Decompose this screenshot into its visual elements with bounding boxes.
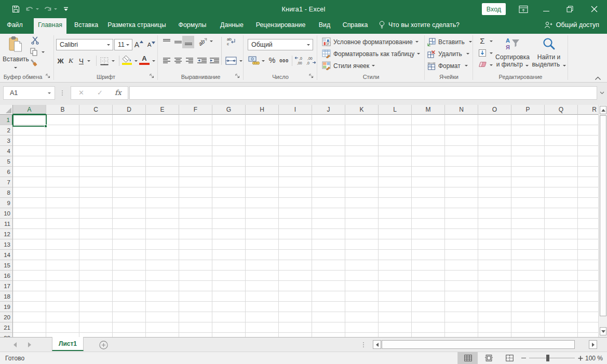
row-header-9[interactable]: 9 (0, 198, 13, 208)
cancel-button[interactable]: ✕ (78, 89, 84, 97)
column-header-J[interactable]: J (312, 105, 345, 115)
wrap-text-button[interactable]: abc (225, 35, 238, 48)
cell-styles-button[interactable]: Стили ячеек (322, 60, 375, 71)
tab-formulas[interactable]: Формулы (172, 18, 213, 32)
font-family-combobox[interactable]: Calibri (56, 39, 113, 50)
column-header-N[interactable]: N (445, 105, 478, 115)
row-header-5[interactable]: 5 (0, 156, 13, 167)
tab-insert[interactable]: Вставка (70, 18, 102, 32)
orientation-dropdown[interactable] (209, 38, 214, 44)
accounting-format-button[interactable] (248, 55, 260, 66)
format-cells-dropdown[interactable] (465, 65, 468, 66)
name-box-resize-handle[interactable] (62, 90, 63, 96)
delete-cells-button[interactable]: Удалить (427, 48, 469, 59)
number-dialog-launcher[interactable] (309, 73, 315, 79)
align-middle-button[interactable] (173, 36, 183, 48)
conditional-formatting-button[interactable]: ≠ Условное форматирование (322, 36, 419, 47)
clipboard-dialog-launcher[interactable] (46, 73, 52, 79)
column-header-D[interactable]: D (113, 105, 146, 115)
tab-file[interactable]: Файл (4, 18, 25, 32)
font-color-button[interactable]: А (139, 54, 150, 63)
collapse-ribbon-button[interactable] (592, 74, 603, 83)
format-painter-button[interactable] (29, 58, 39, 68)
row-header-1[interactable]: 1 (0, 115, 13, 125)
fill-color-button[interactable] (122, 55, 132, 63)
vertical-scrollbar[interactable] (598, 105, 607, 337)
paste-button[interactable]: Вставить (3, 35, 29, 71)
new-sheet-button[interactable] (99, 340, 108, 349)
hscroll-right-button[interactable] (589, 340, 597, 349)
row-header-22[interactable]: 22 (0, 333, 13, 337)
row-header-7[interactable]: 7 (0, 177, 13, 187)
underline-button[interactable]: Ч (76, 55, 86, 67)
autosum-button[interactable]: Σ (477, 36, 488, 46)
merge-center-button[interactable] (224, 55, 238, 66)
sort-filter-button[interactable]: АЯ Сортировка и фильтр (495, 35, 530, 71)
percent-style-button[interactable]: % (267, 55, 277, 66)
borders-dropdown[interactable] (111, 58, 116, 63)
row-header-8[interactable]: 8 (0, 187, 13, 198)
align-left-button[interactable] (161, 55, 172, 66)
horizontal-scroll-thumb[interactable] (382, 340, 575, 349)
tab-data[interactable]: Данные (214, 18, 250, 32)
formula-input[interactable] (129, 86, 597, 100)
align-center-button[interactable] (173, 55, 183, 66)
fill-dropdown[interactable] (489, 50, 494, 56)
italic-button[interactable]: К (66, 55, 76, 67)
fill-button[interactable] (477, 48, 488, 58)
row-header-15[interactable]: 15 (0, 260, 13, 271)
column-header-L[interactable]: L (379, 105, 412, 115)
fill-handle[interactable] (44, 125, 47, 128)
align-bottom-button[interactable] (182, 36, 194, 48)
ribbon-display-options-button[interactable] (515, 0, 532, 18)
increase-indent-button[interactable] (209, 55, 220, 66)
alignment-dialog-launcher[interactable] (235, 73, 241, 79)
row-header-3[interactable]: 3 (0, 136, 13, 146)
column-header-O[interactable]: O (478, 105, 511, 115)
vertical-scroll-thumb[interactable] (600, 115, 606, 316)
insert-cells-dropdown[interactable] (469, 41, 472, 43)
row-header-16[interactable]: 16 (0, 271, 13, 281)
row-header-20[interactable]: 20 (0, 312, 13, 322)
insert-function-button[interactable]: fx (115, 88, 122, 97)
comma-style-button[interactable]: 000 (278, 55, 290, 66)
minimize-button[interactable] (537, 0, 555, 18)
find-select-button[interactable]: Найти и выделить (531, 35, 566, 71)
autosum-dropdown[interactable] (489, 38, 494, 44)
column-header-G[interactable]: G (212, 105, 246, 115)
borders-button[interactable] (100, 57, 109, 65)
row-header-17[interactable]: 17 (0, 281, 13, 291)
sign-in-button[interactable]: Вход (482, 3, 506, 15)
insert-cells-button[interactable]: Вставить (427, 36, 472, 47)
tell-me-box[interactable]: Что вы хотите сделать? (379, 18, 460, 32)
scroll-down-button[interactable] (600, 327, 606, 335)
bold-button[interactable]: Ж (56, 55, 65, 67)
normal-view-button[interactable] (458, 352, 478, 364)
row-header-18[interactable]: 18 (0, 291, 13, 302)
font-color-dropdown[interactable] (151, 58, 156, 63)
column-header-M[interactable]: M (412, 105, 445, 115)
row-header-13[interactable]: 13 (0, 239, 13, 250)
copy-dropdown[interactable] (41, 49, 46, 55)
increase-decimal-button[interactable]: ,0,00 (294, 55, 305, 66)
column-header-B[interactable]: B (46, 105, 79, 115)
align-top-button[interactable] (161, 36, 172, 48)
zoom-slider-track[interactable] (529, 358, 575, 358)
column-header-I[interactable]: I (279, 105, 312, 115)
row-header-14[interactable]: 14 (0, 250, 13, 260)
tab-view[interactable]: Вид (312, 18, 338, 32)
tab-page-layout[interactable]: Разметка страницы (103, 18, 171, 32)
accounting-format-dropdown[interactable] (261, 58, 266, 63)
clear-dropdown[interactable] (489, 62, 494, 68)
delete-cells-dropdown[interactable] (466, 53, 469, 55)
sheet-nav-left-button[interactable] (14, 342, 17, 347)
column-header-E[interactable]: E (146, 105, 179, 115)
fill-color-dropdown[interactable] (133, 58, 139, 63)
row-header-12[interactable]: 12 (0, 229, 13, 239)
tab-home[interactable]: Главная (34, 18, 66, 34)
tab-review[interactable]: Рецензирование (251, 18, 311, 32)
share-button[interactable]: Общий доступ (544, 18, 599, 32)
font-dialog-launcher[interactable] (150, 73, 156, 79)
selected-cell-outline[interactable] (12, 114, 47, 127)
copy-button[interactable] (29, 47, 39, 57)
